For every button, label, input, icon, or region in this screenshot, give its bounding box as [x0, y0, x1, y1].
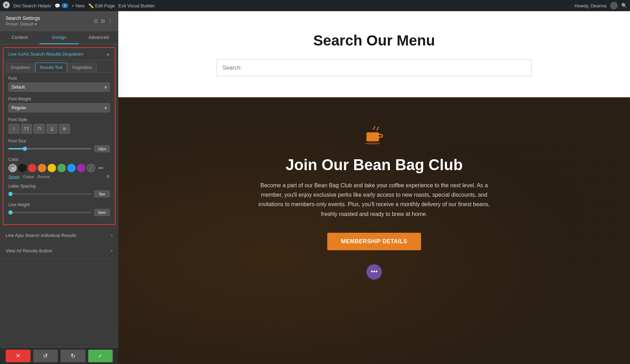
search-section: Search Our Menu [118, 11, 630, 97]
letter-spacing-slider[interactable] [8, 193, 91, 195]
font-size-field: Font Size [8, 139, 110, 152]
admin-bar-left: Divi Search Helper 💬 0 + New ✏️ Edit Pag… [3, 1, 570, 10]
exit-visual-builder-link[interactable]: Exit Visual Builder [118, 3, 155, 8]
sub-tab-dropdown[interactable]: Dropdown [6, 63, 35, 72]
font-weight-select-wrapper: Regular [8, 103, 110, 112]
more-options-icon[interactable]: ⋮ [108, 18, 113, 24]
color-swatches-row: ✏ ╱ ••• [8, 164, 110, 172]
hero-title: Join Our Bean Bag Club [286, 156, 463, 174]
floating-action-button[interactable]: ••• [366, 264, 382, 280]
section-box: Live AJAX Search Results Dropdown ▲ Drop… [3, 47, 115, 225]
comment-count: 0 [62, 3, 68, 8]
line-height-input[interactable] [94, 209, 110, 216]
section-individual-results[interactable]: Live Ajax Search Individual Results ▾ [0, 228, 118, 243]
layout-icon[interactable]: ⊟ [101, 18, 105, 24]
svg-rect-1 [366, 132, 379, 141]
tab-advanced[interactable]: Advanced [79, 31, 118, 44]
font-style-buttons: I TT Tt U S [8, 124, 110, 134]
section-view-all-results[interactable]: View All Results Button ▾ [0, 243, 118, 259]
preset-label[interactable]: Preset: Default ▾ [6, 22, 37, 27]
color-swatch-purple[interactable] [77, 164, 85, 172]
search-input[interactable] [217, 59, 532, 76]
title-case-button[interactable]: Tt [34, 124, 45, 134]
letter-spacing-input[interactable] [94, 190, 110, 197]
color-swatch-green[interactable] [57, 164, 66, 172]
line-height-slider[interactable] [8, 212, 91, 213]
view-all-results-label: View All Results Button [6, 248, 52, 253]
sub-tab-results-text[interactable]: Results Text [35, 63, 67, 72]
color-more-icon[interactable]: ••• [97, 164, 105, 172]
color-tab-global[interactable]: Global [23, 175, 34, 179]
dual-view-icon[interactable]: ⊡ [94, 18, 98, 24]
underline-button[interactable]: U [46, 124, 57, 134]
panel-header: Search Settings Preset: Default ▾ ⊡ ⊟ ⋮ [0, 11, 118, 31]
color-swatch-black[interactable] [18, 164, 27, 172]
user-avatar[interactable] [610, 2, 618, 9]
admin-bar: Divi Search Helper 💬 0 + New ✏️ Edit Pag… [0, 0, 630, 11]
hero-content: Join Our Bean Bag Club Become a part of … [252, 125, 497, 280]
letter-spacing-slider-row [8, 190, 110, 197]
color-tab-recent[interactable]: Recent [37, 175, 50, 179]
italic-button[interactable]: I [8, 124, 20, 134]
color-swatch-red[interactable] [28, 164, 36, 172]
divi-search-helper-link[interactable]: Divi Search Helper [13, 3, 51, 8]
font-size-input[interactable] [94, 145, 110, 152]
font-select[interactable]: Default [8, 83, 110, 92]
line-height-field: Line Height [8, 202, 110, 216]
comments-icon[interactable]: 💬 0 [55, 3, 68, 8]
letter-spacing-slider-thumb[interactable] [8, 192, 13, 196]
letter-spacing-field: Letter Spacing [8, 184, 110, 197]
edit-page-link[interactable]: ✏️ Edit Page [88, 3, 115, 8]
color-field: Color ✏ ╱ ••• [8, 157, 110, 179]
admin-bar-right: Howdy, Deanna 🔍 [574, 2, 627, 9]
font-size-slider-thumb[interactable] [23, 147, 27, 151]
line-height-slider-row [8, 209, 110, 216]
floating-dots-icon: ••• [371, 268, 378, 275]
font-size-slider[interactable] [8, 148, 91, 149]
panel-title: Search Settings [6, 15, 40, 21]
wp-logo-icon[interactable] [3, 1, 10, 10]
color-swatch-yellow[interactable] [48, 164, 56, 172]
section-title: Live AJAX Search Results Dropdown [8, 51, 83, 57]
color-swatch-orange[interactable] [38, 164, 46, 172]
strikethrough-button[interactable]: S [59, 124, 70, 134]
coffee-icon [364, 125, 385, 150]
font-size-label: Font Size [8, 139, 110, 144]
color-label: Color [8, 157, 110, 162]
right-content: Search Our Menu Join Our Bean Bag Club B… [118, 11, 630, 364]
color-eraser[interactable]: ╱ [87, 164, 95, 172]
font-weight-select[interactable]: Regular [8, 103, 110, 112]
save-button[interactable]: ✓ [88, 350, 113, 362]
cancel-button[interactable]: ✕ [6, 350, 30, 362]
panel-content: Live AJAX Search Results Dropdown ▲ Drop… [0, 44, 118, 347]
font-weight-field: Font Weight Regular [8, 97, 110, 112]
undo-button[interactable]: ↺ [33, 350, 58, 362]
panel-title-group: Search Settings Preset: Default ▾ [6, 15, 40, 27]
tab-content[interactable]: Content [0, 31, 40, 44]
font-label: Font [8, 76, 110, 81]
letter-spacing-label: Letter Spacing [8, 184, 110, 189]
individual-results-label: Live Ajax Search Individual Results [6, 233, 76, 238]
svg-point-2 [365, 142, 380, 145]
membership-details-button[interactable]: Membership Details [327, 233, 421, 250]
bottom-bar: ✕ ↺ ↻ ✓ [0, 347, 118, 364]
main-layout: Search Settings Preset: Default ▾ ⊡ ⊟ ⋮ … [0, 11, 630, 364]
redo-button[interactable]: ↻ [61, 350, 85, 362]
line-height-slider-thumb[interactable] [8, 210, 13, 215]
admin-search-icon[interactable]: 🔍 [621, 3, 627, 8]
howdy-text: Howdy, Deanna [574, 3, 607, 8]
tab-design[interactable]: Design [40, 31, 79, 44]
sub-tab-pagination[interactable]: Pagination [68, 63, 97, 72]
color-swatch-blue[interactable] [67, 164, 76, 172]
line-height-label: Line Height [8, 202, 110, 207]
color-picker-swatch[interactable]: ✏ [8, 164, 17, 172]
individual-results-chevron-icon: ▾ [111, 233, 113, 237]
color-settings-gear-icon[interactable]: ⚙ [106, 174, 110, 179]
page-title: Search Our Menu [313, 32, 435, 49]
section-header[interactable]: Live AJAX Search Results Dropdown ▲ [4, 48, 115, 61]
color-tab-saved[interactable]: Saved [8, 175, 19, 179]
new-button[interactable]: + New [72, 3, 85, 8]
small-caps-button[interactable]: TT [21, 124, 32, 134]
hero-section: Join Our Bean Bag Club Become a part of … [118, 97, 630, 364]
color-tabs-row: Saved Global Recent ⚙ [8, 174, 110, 179]
